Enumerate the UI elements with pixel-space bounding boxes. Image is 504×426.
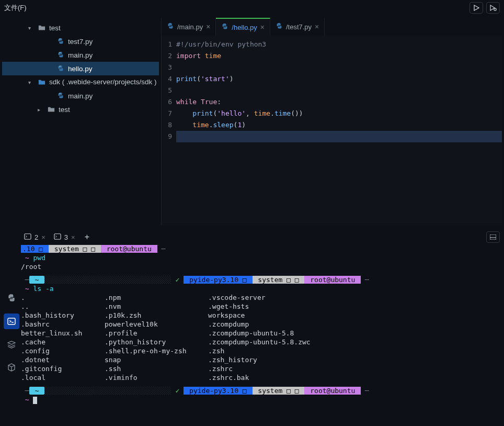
folder-label: sdk ( .webide-server/projects/sdk ) bbox=[49, 79, 157, 86]
file-explorer: ▾ test ▾test7.py▾main.py▾hello.py ▾ sdk … bbox=[2, 18, 159, 226]
close-icon[interactable]: × bbox=[260, 23, 265, 31]
file-label: hello.py bbox=[68, 65, 93, 73]
code-area[interactable]: #!/usr/bin/env python3import time print(… bbox=[176, 39, 502, 226]
terminal-tab-label: 3 bbox=[64, 233, 68, 241]
debug-button[interactable] bbox=[486, 2, 500, 14]
terminal-tab-3[interactable]: 3 × bbox=[51, 232, 78, 243]
tree-file-sdk-main[interactable]: ▾ main.py bbox=[2, 89, 159, 103]
folder-label: test bbox=[49, 24, 61, 32]
python-icon bbox=[167, 23, 174, 31]
svg-rect-8 bbox=[490, 234, 496, 240]
new-terminal-button[interactable]: + bbox=[81, 232, 94, 242]
python-icon bbox=[56, 65, 65, 72]
svg-point-4 bbox=[60, 93, 60, 94]
editor-tab[interactable]: /main.py× bbox=[162, 18, 216, 36]
tree-folder-test2[interactable]: ▸ test bbox=[2, 103, 159, 116]
tree-file[interactable]: ▾test7.py bbox=[2, 35, 159, 48]
close-icon[interactable]: × bbox=[71, 233, 75, 241]
terminal-icon bbox=[54, 233, 61, 242]
activity-layers-icon[interactable] bbox=[4, 337, 19, 352]
activity-python-icon[interactable] bbox=[4, 290, 19, 306]
ls-output: . .. .bash_history .bashrc better_linux.… bbox=[21, 293, 500, 382]
tab-label: /test7.py bbox=[286, 23, 312, 31]
terminal-tab-label: 2 bbox=[35, 233, 38, 241]
tree-folder-test[interactable]: ▾ test bbox=[2, 21, 159, 35]
svg-point-3 bbox=[60, 66, 60, 66]
folder-icon bbox=[38, 79, 46, 86]
file-label: main.py bbox=[68, 92, 93, 100]
svg-point-1 bbox=[60, 39, 60, 39]
svg-rect-7 bbox=[54, 233, 61, 239]
chevron-down-icon: ▾ bbox=[28, 80, 35, 85]
terminal-cursor bbox=[33, 397, 37, 404]
activity-bar bbox=[2, 290, 21, 375]
python-icon bbox=[56, 38, 65, 45]
close-icon[interactable]: × bbox=[206, 23, 210, 31]
tree-file[interactable]: ▾hello.py bbox=[2, 62, 159, 75]
svg-point-0 bbox=[494, 8, 496, 10]
run-button[interactable] bbox=[469, 2, 483, 14]
activity-package-icon[interactable] bbox=[4, 360, 19, 375]
chevron-right-icon: ▸ bbox=[38, 107, 44, 113]
editor-tab[interactable]: /hello.py× bbox=[216, 18, 270, 36]
activity-terminal-icon[interactable] bbox=[4, 313, 19, 329]
editor-tabs: /main.py×/hello.py×/test7.py× bbox=[162, 18, 502, 36]
file-label: main.py bbox=[68, 51, 93, 59]
folder-icon bbox=[38, 24, 46, 31]
terminal-tabs: 2 × 3 × + bbox=[21, 230, 500, 244]
svg-point-2 bbox=[60, 52, 60, 53]
panel-toggle-button[interactable] bbox=[486, 231, 500, 243]
close-icon[interactable]: × bbox=[315, 23, 319, 31]
python-icon bbox=[276, 23, 283, 31]
terminal-body[interactable]: .10 □ system □ □ root@ubuntu ─ ~ pwd /ro… bbox=[21, 244, 500, 417]
python-icon bbox=[221, 23, 228, 32]
svg-rect-6 bbox=[25, 233, 31, 239]
chevron-down-icon: ▾ bbox=[28, 25, 35, 31]
editor-tab[interactable]: /test7.py× bbox=[270, 18, 325, 36]
folder-label: test bbox=[59, 106, 70, 114]
tree-folder-sdk[interactable]: ▾ sdk ( .webide-server/projects/sdk ) bbox=[2, 75, 159, 89]
terminal-tab-2[interactable]: 2 × bbox=[21, 232, 49, 243]
python-icon bbox=[56, 92, 65, 99]
folder-icon bbox=[47, 106, 55, 113]
tree-file[interactable]: ▾main.py bbox=[2, 48, 159, 62]
top-toolbar: 文件(F) bbox=[0, 0, 504, 16]
file-label: test7.py bbox=[68, 38, 93, 46]
tab-label: /hello.py bbox=[232, 24, 257, 31]
tab-label: /main.py bbox=[177, 23, 203, 31]
python-icon bbox=[56, 51, 65, 59]
menu-file[interactable]: 文件(F) bbox=[4, 3, 27, 13]
terminal-icon bbox=[24, 233, 31, 242]
close-icon[interactable]: × bbox=[41, 233, 45, 241]
line-gutter: 123456789 bbox=[162, 39, 176, 226]
